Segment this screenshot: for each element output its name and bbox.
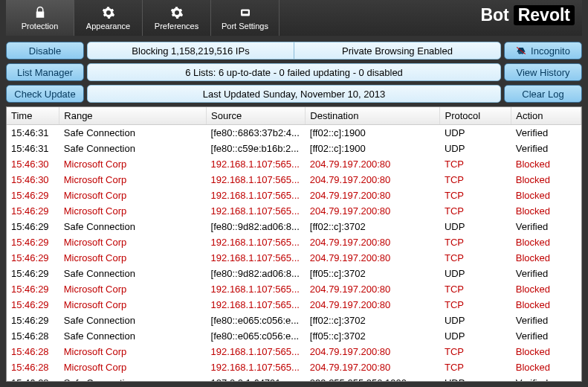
tab-label: Appearance [86, 22, 130, 31]
log-table-container: Time Range Source Destination Protocol A… [6, 106, 582, 382]
col-source[interactable]: Source [207, 107, 306, 125]
cell-proto: TCP [440, 250, 511, 266]
cell-dst: 204.79.197.200:80 [306, 234, 440, 250]
table-row[interactable]: 15:46:28Safe Connection[fe80::e065:c056:… [7, 328, 581, 344]
cell-dst: [ff02::c]:3702 [306, 219, 440, 234]
view-history-button[interactable]: View History [504, 63, 582, 81]
cell-src: [fe80::9d82:ad06:8... [207, 266, 306, 281]
private-browsing-status: Private Browsing Enabled [294, 45, 500, 57]
cell-range: Microsoft Corp [59, 297, 207, 313]
clear-log-button[interactable]: Clear Log [504, 85, 582, 103]
table-row[interactable]: 15:46:29Microsoft Corp192.168.1.107:565.… [7, 297, 581, 313]
tab-protection[interactable]: Protection [6, 0, 74, 36]
cell-src: 192.168.1.107:565... [207, 188, 306, 203]
gear-icon [102, 5, 115, 20]
table-row[interactable]: 15:46:31Safe Connection[fe80::6863:37b2:… [7, 125, 581, 141]
col-range[interactable]: Range [59, 107, 207, 125]
col-dest[interactable]: Destination [306, 107, 440, 125]
cell-range: Microsoft Corp [59, 188, 207, 203]
tab-port-settings[interactable]: Port Settings [211, 0, 280, 36]
cell-action: Blocked [511, 172, 581, 188]
cell-action: Blocked [511, 250, 581, 266]
table-row[interactable]: 15:46:29Safe Connection[fe80::9d82:ad06:… [7, 219, 581, 234]
cell-dst: 204.79.197.200:80 [306, 156, 440, 172]
tab-label: Preferences [155, 22, 198, 31]
cell-range: Microsoft Corp [59, 281, 207, 297]
cell-time: 15:46:30 [7, 172, 59, 188]
cell-src: [fe80::6863:37b2:4... [207, 125, 306, 141]
cell-proto: UDP [440, 219, 511, 234]
cell-action: Blocked [511, 203, 581, 219]
cell-dst: 204.79.197.200:80 [306, 344, 440, 359]
cell-time: 15:46:28 [7, 344, 59, 359]
cell-src: 192.168.1.107:565... [207, 156, 306, 172]
cell-proto: UDP [440, 141, 511, 156]
incognito-button[interactable]: Incognito [504, 42, 582, 60]
table-row[interactable]: 15:46:28Safe Connection127.0.0.1:6479123… [7, 375, 581, 381]
gear-icon [170, 5, 184, 20]
cell-action: Blocked [511, 344, 581, 359]
cell-action: Verified [511, 375, 581, 381]
main-toolbar: Protection Appearance Preferences Port S… [6, 0, 582, 36]
cell-src: 192.168.1.107:565... [207, 172, 306, 188]
cell-proto: TCP [440, 203, 511, 219]
cell-time: 15:46:28 [7, 359, 59, 375]
cell-dst: [ff02::c]:1900 [306, 125, 440, 141]
table-row[interactable]: 15:46:29Microsoft Corp192.168.1.107:565.… [7, 234, 581, 250]
table-row[interactable]: 15:46:29Microsoft Corp192.168.1.107:565.… [7, 281, 581, 297]
app-window: Protection Appearance Preferences Port S… [0, 0, 588, 387]
cell-proto: TCP [440, 281, 511, 297]
cell-dst: 204.79.197.200:80 [306, 172, 440, 188]
cell-proto: TCP [440, 234, 511, 250]
cell-time: 15:46:29 [7, 188, 59, 203]
cell-dst: 204.79.197.200:80 [306, 203, 440, 219]
cell-range: Safe Connection [59, 375, 207, 381]
cell-src: 192.168.1.107:565... [207, 250, 306, 266]
check-update-button[interactable]: Check Update [6, 85, 84, 103]
cell-action: Verified [511, 266, 581, 281]
list-manager-button[interactable]: List Manager [6, 63, 84, 81]
table-row[interactable]: 15:46:30Microsoft Corp192.168.1.107:565.… [7, 156, 581, 172]
cell-dst: 204.79.197.200:80 [306, 297, 440, 313]
tab-appearance[interactable]: Appearance [74, 0, 143, 36]
log-scroll[interactable]: Time Range Source Destination Protocol A… [7, 107, 581, 381]
cell-action: Blocked [511, 156, 581, 172]
action-rows: Disable Blocking 1,158,219,516 IPs Priva… [6, 42, 582, 103]
table-row[interactable]: 15:46:30Microsoft Corp192.168.1.107:565.… [7, 172, 581, 188]
cell-src: 192.168.1.107:565... [207, 234, 306, 250]
table-row[interactable]: 15:46:28Microsoft Corp192.168.1.107:565.… [7, 344, 581, 359]
table-row[interactable]: 15:46:29Microsoft Corp192.168.1.107:565.… [7, 250, 581, 266]
cell-time: 15:46:29 [7, 281, 59, 297]
col-proto[interactable]: Protocol [440, 107, 511, 125]
cell-proto: UDP [440, 266, 511, 281]
cell-proto: UDP [440, 328, 511, 344]
cell-range: Safe Connection [59, 266, 207, 281]
cell-time: 15:46:31 [7, 141, 59, 156]
cell-range: Microsoft Corp [59, 203, 207, 219]
table-row[interactable]: 15:46:29Safe Connection[fe80::e065:c056:… [7, 313, 581, 328]
cell-src: [fe80::c59e:b16b:2... [207, 141, 306, 156]
tab-preferences[interactable]: Preferences [143, 0, 211, 36]
cell-time: 15:46:31 [7, 125, 59, 141]
brand-logo: Bot Revolt [480, 5, 575, 25]
col-action[interactable]: Action [511, 107, 581, 125]
table-row[interactable]: 15:46:29Microsoft Corp192.168.1.107:565.… [7, 188, 581, 203]
cell-action: Blocked [511, 234, 581, 250]
table-row[interactable]: 15:46:29Microsoft Corp192.168.1.107:565.… [7, 203, 581, 219]
port-icon [239, 5, 252, 20]
cell-dst: [ff02::c]:3702 [306, 313, 440, 328]
cell-range: Safe Connection [59, 141, 207, 156]
cell-proto: TCP [440, 188, 511, 203]
cell-time: 15:46:28 [7, 328, 59, 344]
cell-src: 192.168.1.107:565... [207, 203, 306, 219]
cell-time: 15:46:29 [7, 203, 59, 219]
cell-src: [fe80::9d82:ad06:8... [207, 219, 306, 234]
cell-proto: TCP [440, 359, 511, 375]
table-row[interactable]: 15:46:28Microsoft Corp192.168.1.107:565.… [7, 359, 581, 375]
table-row[interactable]: 15:46:29Safe Connection[fe80::9d82:ad06:… [7, 266, 581, 281]
disable-button[interactable]: Disable [6, 42, 84, 60]
col-time[interactable]: Time [7, 107, 59, 125]
cell-dst: 239.255.255.250:1900 [306, 375, 440, 381]
table-row[interactable]: 15:46:31Safe Connection[fe80::c59e:b16b:… [7, 141, 581, 156]
cell-time: 15:46:29 [7, 313, 59, 328]
